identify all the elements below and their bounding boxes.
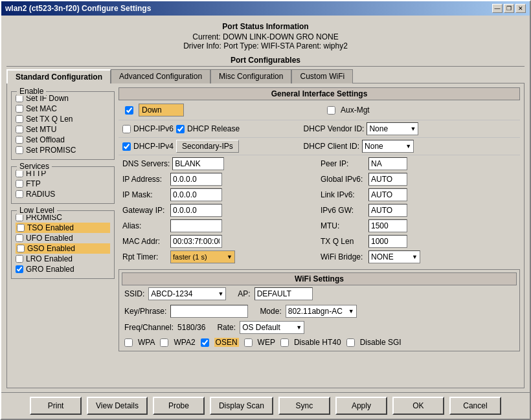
current-label: Current: (192, 32, 220, 41)
ap-input[interactable] (254, 287, 313, 300)
wifi-security-row: WPA WPA2 OSEN WEP Disable HT40 Disable S… (122, 337, 517, 348)
set-mtu-checkbox[interactable] (16, 126, 23, 133)
wpa-checkbox[interactable] (124, 338, 133, 347)
gateway-ip-input[interactable] (170, 204, 222, 217)
tso-enabled-checkbox[interactable] (17, 224, 25, 232)
tx-q-len-label: TX Q Len (321, 237, 366, 246)
dhcp-release-checkbox[interactable] (176, 125, 185, 133)
lro-enabled-label: LRO Enabled (26, 254, 73, 263)
tab-standard[interactable]: Standard Configuration (6, 69, 111, 83)
wpa2-checkbox[interactable] (160, 338, 168, 347)
tab-misc[interactable]: Misc Configuration (210, 69, 291, 83)
ftp-checkbox[interactable] (16, 180, 23, 188)
down-checkbox[interactable] (125, 106, 133, 115)
tab-customwifi[interactable]: Custom WiFi (291, 69, 353, 83)
ip-mask-input[interactable] (170, 188, 222, 201)
set-mtu-label: Set MTU (26, 125, 56, 134)
gso-enabled-checkbox[interactable] (17, 245, 25, 252)
chevron-down-icon: ▼ (227, 254, 232, 260)
set-tx-q-len-checkbox[interactable] (16, 115, 23, 123)
mac-addr-row: MAC Addr: (122, 234, 318, 249)
wifi-bridge-dropdown[interactable]: NONE ▼ (368, 250, 420, 263)
dhcp-ipv6-label: DHCP-IPv6 (133, 124, 174, 133)
ipv6-gw-input[interactable] (368, 204, 407, 217)
wifi-bridge-row: WiFi Bridge: NONE ▼ (321, 250, 516, 264)
secondary-ips-button[interactable]: Secondary-IPs (176, 140, 239, 153)
ip-address-input[interactable] (170, 173, 222, 186)
ssid-dropdown[interactable]: ABCD-1234 ▼ (148, 287, 226, 300)
print-button[interactable]: Print (30, 397, 82, 415)
aux-mgt-checkbox[interactable] (327, 106, 335, 115)
set-promisc-checkbox[interactable] (16, 146, 23, 154)
probe-button[interactable]: Probe (153, 397, 205, 415)
global-ipv6-row: Global IPv6: (321, 172, 516, 186)
mac-addr-input[interactable] (170, 235, 222, 248)
ok-button[interactable]: OK (392, 397, 444, 415)
cancel-button[interactable]: Cancel (449, 397, 501, 415)
port-status-title: Port Status Information (6, 22, 525, 31)
chevron-down-icon: ▼ (405, 143, 411, 149)
mtu-input[interactable] (368, 219, 407, 232)
down-input[interactable] (139, 104, 184, 116)
lro-enabled-checkbox[interactable] (16, 255, 23, 263)
enable-group: Enable Set IF Down Set MAC Set TX Q Len (11, 91, 115, 160)
dhcp-client-id-dropdown[interactable]: None ▼ (362, 140, 414, 153)
mtu-row: MTU: (321, 219, 516, 233)
wep-checkbox[interactable] (244, 338, 253, 347)
restore-button[interactable]: ❐ (504, 4, 514, 13)
enable-legend: Enable (17, 87, 46, 96)
dhcp-ipv4-checkbox[interactable] (122, 142, 131, 151)
wep-label: WEP (258, 338, 275, 347)
alias-label: Alias: (122, 221, 168, 230)
ipv6-gw-label: IPv6 GW: (321, 206, 366, 215)
link-ipv6-input[interactable] (368, 188, 407, 201)
disable-ht40-checkbox[interactable] (280, 338, 289, 347)
radius-checkbox[interactable] (16, 190, 23, 198)
dns-servers-input[interactable] (172, 157, 224, 170)
key-phrase-input[interactable] (170, 305, 248, 318)
wpa-label: WPA (138, 338, 155, 347)
services-group: Services HTTP FTP RADIUS (11, 166, 115, 204)
global-ipv6-input[interactable] (368, 173, 407, 186)
close-button[interactable]: ✕ (515, 4, 526, 13)
display-scan-button[interactable]: Display Scan (210, 397, 273, 415)
sync-button[interactable]: Sync (278, 397, 330, 415)
aux-mgt-label: Aux-Mgt (341, 105, 370, 115)
list-item: TSO Enabled (16, 223, 110, 233)
peer-ip-input[interactable] (368, 157, 407, 170)
set-mac-label: Set MAC (26, 104, 57, 113)
port-configurables-section: Port Configurables Standard Configuratio… (6, 56, 525, 388)
tab-advanced[interactable]: Advanced Configuration (111, 69, 210, 83)
title-bar: wlan2 (ct523-3n-f20) Configure Settings … (1, 1, 530, 16)
port-configurables-title: Port Configurables (6, 56, 525, 67)
mode-dropdown[interactable]: 802.11abgn-AC ▼ (286, 305, 357, 318)
chevron-down-icon: ▼ (412, 254, 418, 260)
gro-enabled-checkbox[interactable] (16, 265, 23, 273)
down-row (122, 102, 319, 118)
rpt-timer-label: Rpt Timer: (122, 252, 168, 261)
ssid-ap-row: SSID: ABCD-1234 ▼ AP: (122, 285, 517, 302)
wpa2-label: WPA2 (174, 338, 195, 347)
rate-dropdown[interactable]: OS Default ▼ (240, 321, 304, 334)
disable-ht40-label: Disable HT40 (294, 338, 341, 347)
set-offload-checkbox[interactable] (16, 136, 23, 144)
wifi-bridge-label: WiFi Bridge: (321, 252, 366, 261)
set-promisc-label: Set PROMISC (26, 146, 76, 155)
alias-input[interactable] (170, 219, 222, 232)
osen-checkbox[interactable] (201, 338, 209, 347)
apply-button[interactable]: Apply (335, 397, 387, 415)
minimize-button[interactable]: — (492, 4, 503, 13)
rpt-timer-row: Rpt Timer: faster (1 s) ▼ (122, 250, 318, 264)
tx-q-len-input[interactable] (368, 235, 407, 248)
disable-sgi-checkbox[interactable] (346, 338, 355, 347)
chevron-down-icon: ▼ (218, 291, 223, 297)
set-mac-checkbox[interactable] (16, 105, 23, 113)
rpt-timer-dropdown[interactable]: faster (1 s) ▼ (170, 250, 235, 263)
ufo-enabled-checkbox[interactable] (16, 234, 23, 242)
view-details-button[interactable]: View Details (87, 397, 148, 415)
ap-label: AP: (238, 289, 250, 298)
dhcp-ipv6-checkbox[interactable] (122, 125, 131, 133)
gro-enabled-label: GRO Enabled (26, 265, 74, 274)
port-status-section: Port Status Information Current: DOWN LI… (6, 19, 525, 53)
dhcp-vendor-id-dropdown[interactable]: None ▼ (367, 122, 418, 135)
